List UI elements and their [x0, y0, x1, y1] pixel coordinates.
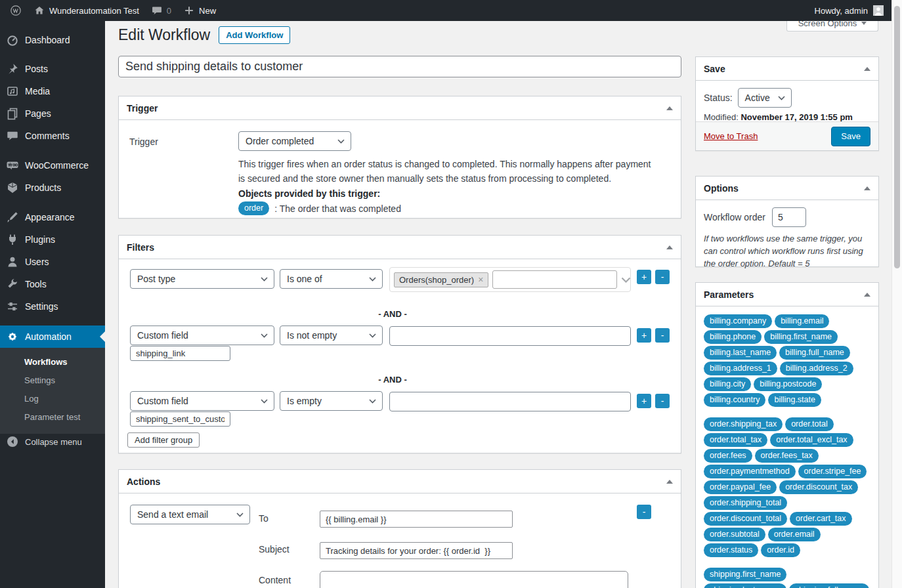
parameter-pill[interactable]: billing.last_name: [704, 346, 777, 360]
parameter-pill[interactable]: order.discount_total: [704, 512, 787, 526]
remove-filter-row-button[interactable]: -: [655, 328, 670, 343]
collapse-panel-icon[interactable]: [864, 67, 870, 71]
collapse-panel-icon[interactable]: [666, 480, 673, 484]
parameter-pill[interactable]: order.fees_tax: [755, 449, 819, 463]
sidebar-item-settings[interactable]: Settings: [0, 295, 105, 318]
filter-field-select[interactable]: Post type: [130, 269, 274, 289]
save-panel-title: Save: [704, 64, 725, 74]
add-filter-row-button[interactable]: +: [637, 394, 651, 408]
add-filter-group-button[interactable]: Add filter group: [127, 432, 200, 448]
sidebar-item-media[interactable]: Media: [0, 80, 105, 102]
workflow-order-input[interactable]: [772, 207, 806, 227]
filter-field-select[interactable]: Custom field: [130, 326, 274, 345]
submenu-item-settings[interactable]: Settings: [0, 371, 105, 389]
parameter-pill[interactable]: shipping.full_name: [789, 583, 869, 588]
add-workflow-button[interactable]: Add Workflow: [219, 26, 290, 44]
parameter-pill[interactable]: billing.country: [704, 393, 765, 407]
parameter-pill[interactable]: order.paymentmethod: [704, 465, 796, 478]
sidebar-item-automation[interactable]: Automation: [0, 326, 105, 348]
add-filter-row-button[interactable]: +: [637, 270, 651, 284]
parameter-pill[interactable]: billing.address_2: [780, 362, 853, 375]
filter-operator-select[interactable]: Is not empty: [280, 326, 383, 345]
sidebar-item-pages[interactable]: Pages: [0, 102, 105, 125]
parameter-pill[interactable]: shipping.last_name: [704, 583, 786, 588]
save-button[interactable]: Save: [831, 127, 870, 146]
filter-operator-select[interactable]: Is one of: [280, 269, 383, 289]
parameter-pill[interactable]: order.stripe_fee: [798, 465, 867, 478]
sidebar-item-tools[interactable]: Tools: [0, 273, 105, 295]
add-filter-row-button[interactable]: +: [637, 328, 651, 343]
collapse-panel-icon[interactable]: [864, 293, 870, 297]
sidebar-item-dashboard[interactable]: Dashboard: [0, 29, 105, 51]
collapse-menu-button[interactable]: Collapse menu: [0, 432, 105, 451]
wordpress-logo-menu[interactable]: [4, 0, 28, 21]
sidebar-item-posts[interactable]: Posts: [0, 58, 105, 80]
parameter-pill[interactable]: billing.full_name: [779, 346, 850, 360]
parameter-pill[interactable]: order.shipping_tax: [704, 417, 783, 431]
sidebar-item-label: Tools: [25, 279, 47, 289]
parameter-pill[interactable]: order.total_excl_tax: [770, 433, 853, 447]
site-name-menu[interactable]: Wunderautomation Test: [28, 0, 145, 21]
sidebar-item-woocommerce[interactable]: WooCommerce: [0, 154, 105, 177]
submenu-item-workflows[interactable]: Workflows: [0, 352, 105, 371]
parameter-pill[interactable]: billing.company: [704, 314, 772, 328]
parameter-pill[interactable]: order.cart_tax: [790, 512, 851, 526]
status-select[interactable]: Active: [738, 88, 792, 108]
parameter-pill[interactable]: order.status: [704, 543, 758, 557]
parameter-pill[interactable]: billing.first_name: [764, 330, 838, 344]
multiselect-search-input[interactable]: [492, 270, 617, 289]
filter-field-select[interactable]: Custom field: [130, 391, 274, 411]
sidebar-item-products[interactable]: Products: [0, 177, 105, 199]
parameter-pill[interactable]: billing.address_1: [704, 362, 777, 375]
trigger-select[interactable]: Order completed: [238, 131, 351, 151]
chevron-down-icon: [261, 277, 268, 282]
submenu-item-log[interactable]: Log: [0, 389, 105, 408]
sidebar-item-plugins[interactable]: Plugins: [0, 228, 105, 251]
action-type-select[interactable]: Send a text email: [130, 505, 250, 524]
parameter-pill[interactable]: order.total: [785, 417, 834, 431]
move-to-trash-link[interactable]: Move to Trash: [704, 131, 758, 141]
sidebar-item-label: Pages: [25, 108, 51, 119]
email-to-input[interactable]: [320, 511, 513, 528]
parameter-pill[interactable]: order.email: [768, 528, 821, 541]
sidebar-item-users[interactable]: Users: [0, 251, 105, 273]
remove-action-button[interactable]: -: [637, 505, 651, 519]
collapse-panel-icon[interactable]: [864, 186, 870, 190]
comments-menu[interactable]: 0: [145, 0, 177, 21]
parameter-pill[interactable]: order.total_tax: [704, 433, 767, 447]
parameter-pill[interactable]: billing.email: [775, 314, 829, 328]
parameter-pill[interactable]: order.shipping_total: [704, 496, 787, 510]
parameter-pill[interactable]: order.subtotal: [704, 528, 765, 541]
parameter-pill[interactable]: billing.state: [768, 393, 821, 407]
filter-value-input[interactable]: [389, 326, 631, 346]
chevron-down-icon[interactable]: [621, 277, 631, 283]
parameter-pill[interactable]: billing.phone: [704, 330, 762, 344]
parameter-pill[interactable]: billing.postcode: [754, 377, 822, 391]
user-avatar[interactable]: [873, 5, 884, 16]
collapse-panel-icon[interactable]: [666, 245, 673, 249]
custom-field-key-input[interactable]: [130, 346, 230, 361]
parameter-pill[interactable]: order.paypal_fee: [704, 480, 777, 494]
remove-filter-row-button[interactable]: -: [655, 270, 670, 284]
remove-tag-icon[interactable]: ×: [478, 276, 483, 284]
sidebar-item-comments[interactable]: Comments: [0, 125, 105, 147]
email-content-textarea[interactable]: [320, 571, 628, 588]
parameter-pill[interactable]: order.fees: [704, 449, 752, 463]
filter-operator-select[interactable]: Is empty: [280, 391, 383, 411]
parameter-pill[interactable]: order.discount_tax: [779, 480, 858, 494]
workflow-title-input[interactable]: [118, 56, 681, 77]
filter-value-input[interactable]: [389, 392, 631, 411]
scrollbar-thumb[interactable]: [894, 6, 900, 268]
sidebar-item-appearance[interactable]: Appearance: [0, 206, 105, 228]
parameter-pill[interactable]: shipping.first_name: [704, 568, 786, 581]
howdy-text[interactable]: Howdy, admin: [815, 6, 868, 16]
email-subject-input[interactable]: [320, 542, 513, 559]
custom-field-key-input[interactable]: [130, 411, 230, 427]
collapse-panel-icon[interactable]: [666, 106, 673, 110]
remove-filter-row-button[interactable]: -: [655, 394, 670, 408]
new-content-menu[interactable]: New: [177, 0, 222, 21]
parameter-pill[interactable]: billing.city: [704, 377, 751, 391]
filter-value-multiselect[interactable]: Orders(shop_order) ×: [389, 267, 631, 292]
parameter-pill[interactable]: order.id: [761, 543, 800, 557]
submenu-item-parameter-test[interactable]: Parameter test: [0, 408, 105, 426]
